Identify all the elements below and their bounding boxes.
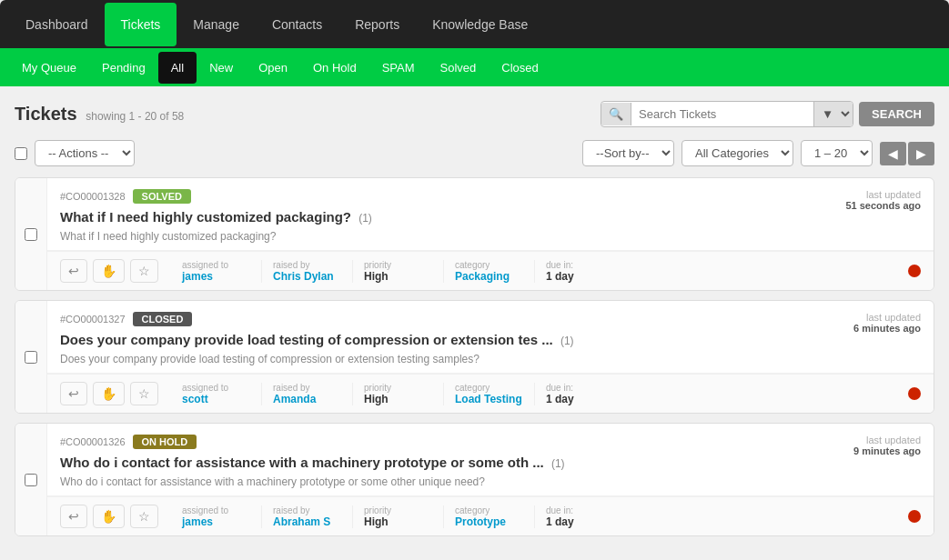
ticket-due-label-1: due in: bbox=[546, 383, 615, 393]
ticket-due-label-2: due in: bbox=[546, 505, 615, 515]
nav-knowledge-base[interactable]: Knowledge Base bbox=[416, 3, 544, 46]
ticket-priority-value-2: High bbox=[364, 515, 432, 528]
ticket-top-left-2: #CO00001326 ON HOLD Who do i contact for… bbox=[60, 435, 565, 488]
ticket-main-1: #CO00001327 CLOSED Does your company pro… bbox=[47, 301, 934, 413]
ticket-reply-btn-2[interactable]: ↩ bbox=[60, 505, 87, 528]
ticket-card: #CO00001326 ON HOLD Who do i contact for… bbox=[15, 423, 934, 536]
ticket-id-badge-1: #CO00001327 CLOSED bbox=[60, 312, 574, 326]
subnav-open[interactable]: Open bbox=[246, 52, 300, 84]
main-content: Tickets showing 1 - 20 of 58 🔍 ▼ SEARCH … bbox=[0, 86, 949, 560]
subnav-solved[interactable]: Solved bbox=[428, 52, 490, 84]
ticket-raised-0: raised by Chris Dylan bbox=[262, 260, 353, 283]
ticket-due-label-0: due in: bbox=[546, 260, 615, 270]
ticket-preview-0: What if I need highly customized packagi… bbox=[60, 230, 372, 243]
search-dropdown[interactable]: ▼ bbox=[813, 102, 853, 126]
search-button[interactable]: SEARCH bbox=[859, 102, 934, 126]
ticket-assigned-label-2: assigned to bbox=[182, 505, 250, 515]
ticket-star-btn-2[interactable]: ☆ bbox=[130, 505, 158, 528]
nav-manage[interactable]: Manage bbox=[177, 3, 256, 46]
ticket-due-2: due in: 1 day bbox=[535, 505, 626, 528]
ticket-reply-btn-1[interactable]: ↩ bbox=[60, 382, 87, 405]
ticket-checkbox-col bbox=[15, 301, 47, 413]
search-icon-button[interactable]: 🔍 bbox=[601, 103, 631, 125]
ticket-subject-1[interactable]: Does your company provide load testing o… bbox=[60, 332, 574, 347]
ticket-checkbox-col bbox=[15, 178, 47, 290]
ticket-top-2: #CO00001326 ON HOLD Who do i contact for… bbox=[47, 424, 934, 496]
next-page-button[interactable]: ▶ bbox=[908, 142, 934, 165]
ticket-category-label-0: category bbox=[455, 260, 523, 270]
ticket-category-value-0: Packaging bbox=[455, 270, 523, 283]
ticket-updated-1: last updated 6 minutes ago bbox=[821, 312, 921, 334]
ticket-checkbox-1[interactable] bbox=[25, 351, 37, 364]
nav-reports[interactable]: Reports bbox=[338, 3, 416, 46]
subnav-new[interactable]: New bbox=[197, 52, 246, 84]
ticket-priority-label-2: priority bbox=[364, 505, 432, 515]
ticket-raised-2: raised by Abraham S bbox=[262, 505, 353, 528]
ticket-status-badge-2: ON HOLD bbox=[133, 435, 197, 449]
ticket-updated-label-2: last updated bbox=[821, 435, 921, 445]
nav-tickets[interactable]: Tickets bbox=[105, 3, 177, 46]
subnav-closed[interactable]: Closed bbox=[489, 52, 550, 84]
ticket-updated-label-1: last updated bbox=[821, 312, 921, 323]
ticket-assign-btn-0[interactable]: ✋ bbox=[93, 259, 125, 283]
ticket-checkbox-col bbox=[15, 424, 47, 535]
ticket-assign-btn-1[interactable]: ✋ bbox=[93, 382, 125, 405]
ticket-subject-2[interactable]: Who do i contact for assistance with a m… bbox=[60, 455, 565, 470]
ticket-raised-label-2: raised by bbox=[273, 505, 341, 515]
ticket-assign-btn-2[interactable]: ✋ bbox=[93, 505, 125, 528]
ticket-due-0: due in: 1 day bbox=[535, 260, 626, 283]
ticket-updated-time-2: 9 minutes ago bbox=[821, 445, 921, 456]
ticket-raised-value-2: Abraham S bbox=[273, 515, 341, 528]
subnav-on-hold[interactable]: On Hold bbox=[300, 52, 369, 84]
ticket-updated-2: last updated 9 minutes ago bbox=[821, 435, 921, 456]
ticket-reply-count-0: (1) bbox=[358, 212, 372, 225]
ticket-id-badge-2: #CO00001326 ON HOLD bbox=[60, 435, 565, 449]
ticket-top-left-0: #CO00001328 SOLVED What if I need highly… bbox=[60, 189, 372, 243]
prev-page-button[interactable]: ◀ bbox=[880, 142, 906, 165]
ticket-reply-count-1: (1) bbox=[560, 335, 574, 347]
subnav-pending[interactable]: Pending bbox=[89, 52, 158, 84]
ticket-due-value-1: 1 day bbox=[546, 393, 615, 405]
ticket-id-2: #CO00001326 bbox=[60, 436, 126, 447]
ticket-list: #CO00001328 SOLVED What if I need highly… bbox=[15, 177, 934, 536]
ticket-id-0: #CO00001328 bbox=[60, 191, 126, 202]
ticket-checkbox-0[interactable] bbox=[25, 228, 37, 241]
category-dropdown[interactable]: All Categories bbox=[681, 140, 793, 166]
ticket-star-btn-0[interactable]: ☆ bbox=[130, 259, 158, 283]
ticket-reply-btn-0[interactable]: ↩ bbox=[60, 259, 87, 283]
ticket-main-2: #CO00001326 ON HOLD Who do i contact for… bbox=[47, 424, 934, 535]
ticket-id-1: #CO00001327 bbox=[60, 314, 126, 325]
ticket-subject-0[interactable]: What if I need highly customized packagi… bbox=[60, 209, 372, 225]
ticket-priority-dot-2 bbox=[908, 510, 921, 523]
ticket-action-icons-0: ↩ ✋ ☆ bbox=[60, 259, 158, 283]
ticket-top-0: #CO00001328 SOLVED What if I need highly… bbox=[47, 178, 934, 251]
ticket-bottom-0: ↩ ✋ ☆ assigned to james raised by Chris … bbox=[47, 251, 934, 290]
ticket-assigned-value-2: james bbox=[182, 515, 250, 528]
subnav-spam[interactable]: SPAM bbox=[369, 52, 428, 84]
search-input[interactable] bbox=[631, 103, 813, 125]
sort-dropdown[interactable]: --Sort by-- bbox=[582, 140, 674, 166]
toolbar-right: --Sort by-- All Categories 1 – 20 ◀ ▶ bbox=[582, 140, 934, 166]
nav-dashboard[interactable]: Dashboard bbox=[9, 3, 105, 46]
subnav-all[interactable]: All bbox=[158, 52, 197, 84]
ticket-checkbox-2[interactable] bbox=[25, 474, 37, 486]
ticket-raised-1: raised by Amanda bbox=[262, 383, 353, 405]
toolbar: -- Actions -- --Sort by-- All Categories… bbox=[15, 140, 934, 166]
tickets-title-area: Tickets showing 1 - 20 of 58 bbox=[15, 104, 184, 125]
nav-contacts[interactable]: Contacts bbox=[256, 3, 338, 46]
page-range-select[interactable]: 1 – 20 bbox=[801, 140, 873, 166]
ticket-meta-0: assigned to james raised by Chris Dylan … bbox=[171, 260, 899, 283]
subnav-my-queue[interactable]: My Queue bbox=[9, 52, 89, 84]
select-all-checkbox[interactable] bbox=[15, 147, 27, 160]
ticket-priority-dot-0 bbox=[908, 265, 921, 277]
ticket-priority-2: priority High bbox=[353, 505, 444, 528]
ticket-action-icons-1: ↩ ✋ ☆ bbox=[60, 382, 158, 405]
ticket-category-2: category Prototype bbox=[444, 505, 535, 528]
actions-dropdown[interactable]: -- Actions -- bbox=[35, 140, 135, 166]
ticket-priority-label-0: priority bbox=[364, 260, 432, 270]
ticket-due-value-2: 1 day bbox=[546, 515, 615, 528]
ticket-star-btn-1[interactable]: ☆ bbox=[130, 382, 158, 405]
ticket-category-value-1: Load Testing bbox=[455, 393, 523, 405]
ticket-updated-time-1: 6 minutes ago bbox=[821, 323, 921, 334]
ticket-category-value-2: Prototype bbox=[455, 515, 523, 528]
